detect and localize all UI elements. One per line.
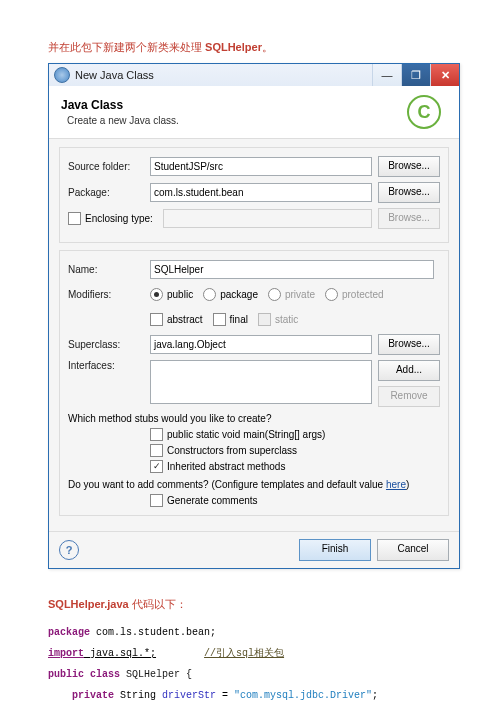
package-label: Package: xyxy=(68,187,150,198)
intro-text: 并在此包下新建两个新类来处理 SQLHelper。 xyxy=(48,40,472,55)
browse-source-button[interactable]: Browse... xyxy=(378,156,440,177)
package-input[interactable]: com.ls.student.bean xyxy=(150,183,372,202)
gen-comments-checkbox[interactable] xyxy=(150,494,163,507)
window-title: New Java Class xyxy=(75,69,372,81)
close-button[interactable]: ✕ xyxy=(430,64,459,86)
new-class-dialog: New Java Class — ❐ ✕ Java Class Create a… xyxy=(48,63,460,569)
remove-interface-button: Remove xyxy=(378,386,440,407)
cancel-button[interactable]: Cancel xyxy=(377,539,449,561)
source-folder-input[interactable]: StudentJSP/src xyxy=(150,157,372,176)
titlebar: New Java Class — ❐ ✕ xyxy=(49,64,459,86)
comments-question: Do you want to add comments? (Configure … xyxy=(68,479,440,490)
browse-enclosing-button: Browse... xyxy=(378,208,440,229)
finish-button[interactable]: Finish xyxy=(299,539,371,561)
abstract-checkbox[interactable] xyxy=(150,313,163,326)
maximize-button[interactable]: ❐ xyxy=(401,64,430,86)
add-interface-button[interactable]: Add... xyxy=(378,360,440,381)
public-radio[interactable] xyxy=(150,288,163,301)
superclass-input[interactable]: java.lang.Object xyxy=(150,335,372,354)
enclosing-input xyxy=(163,209,372,228)
inherit-checkbox[interactable] xyxy=(150,460,163,473)
package-radio[interactable] xyxy=(203,288,216,301)
help-icon[interactable]: ? xyxy=(59,540,79,560)
dialog-header: Java Class Create a new Java class. C xyxy=(49,86,459,139)
header-title: Java Class xyxy=(61,98,407,112)
private-radio xyxy=(268,288,281,301)
browse-superclass-button[interactable]: Browse... xyxy=(378,334,440,355)
class-icon: C xyxy=(407,95,441,129)
ctor-checkbox[interactable] xyxy=(150,444,163,457)
header-subtitle: Create a new Java class. xyxy=(67,115,407,126)
static-checkbox xyxy=(258,313,271,326)
modifiers-label: Modifiers: xyxy=(68,289,150,300)
code-heading: SQLHelper.java 代码以下： xyxy=(48,597,472,612)
main-checkbox[interactable] xyxy=(150,428,163,441)
code-block: package com.ls.student.bean; import java… xyxy=(48,622,472,707)
enclosing-label: Enclosing type: xyxy=(85,213,153,224)
enclosing-checkbox[interactable] xyxy=(68,212,81,225)
app-icon xyxy=(54,67,70,83)
final-checkbox[interactable] xyxy=(213,313,226,326)
dialog-footer: ? Finish Cancel xyxy=(49,531,459,568)
interfaces-list[interactable] xyxy=(150,360,372,404)
name-input[interactable]: SQLHelper xyxy=(150,260,434,279)
here-link[interactable]: here xyxy=(386,479,406,490)
interfaces-label: Interfaces: xyxy=(68,360,150,371)
location-group: Source folder: StudentJSP/src Browse... … xyxy=(59,147,449,243)
protected-radio xyxy=(325,288,338,301)
superclass-label: Superclass: xyxy=(68,339,150,350)
name-label: Name: xyxy=(68,264,150,275)
source-folder-label: Source folder: xyxy=(68,161,150,172)
stubs-question: Which method stubs would you like to cre… xyxy=(68,413,440,424)
definition-group: Name: SQLHelper Modifiers: public packag… xyxy=(59,250,449,516)
browse-package-button[interactable]: Browse... xyxy=(378,182,440,203)
minimize-button[interactable]: — xyxy=(372,64,401,86)
